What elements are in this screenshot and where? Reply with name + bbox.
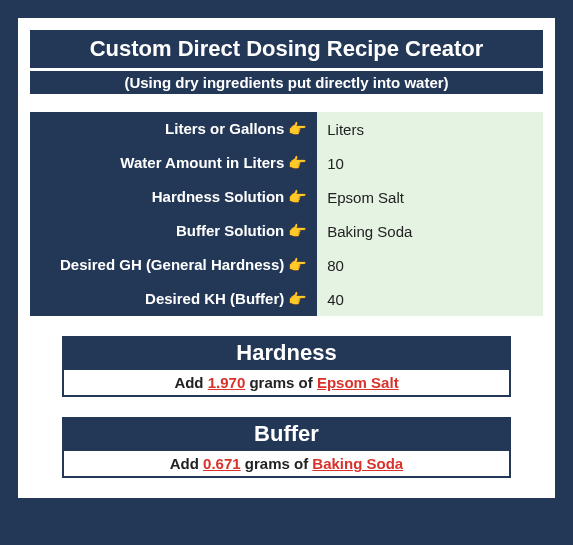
pointer-icon: 👉 <box>288 290 307 307</box>
buffer-amount: 0.671 <box>203 455 241 472</box>
label-text: Desired GH (General Hardness) <box>60 256 284 273</box>
pointer-icon: 👉 <box>288 222 307 239</box>
hardness-section: Hardness Add 1.970 grams of Epsom Salt <box>62 336 511 397</box>
input-label: Buffer Solution👉 <box>30 214 317 248</box>
label-text: Desired KH (Buffer) <box>145 290 284 307</box>
input-label: Desired KH (Buffer)👉 <box>30 282 317 316</box>
input-value[interactable]: 10 <box>317 146 543 180</box>
buffer-mid: grams of <box>245 455 313 472</box>
label-text: Liters or Gallons <box>165 120 284 137</box>
input-table: Liters or Gallons👉LitersWater Amount in … <box>30 112 543 316</box>
hardness-mid: grams of <box>249 374 317 391</box>
label-text: Buffer Solution <box>176 222 284 239</box>
input-value[interactable]: Epsom Salt <box>317 180 543 214</box>
hardness-prefix: Add <box>174 374 207 391</box>
buffer-prefix: Add <box>170 455 203 472</box>
table-row: Water Amount in Liters👉10 <box>30 146 543 180</box>
label-text: Water Amount in Liters <box>120 154 284 171</box>
input-value[interactable]: 40 <box>317 282 543 316</box>
pointer-icon: 👉 <box>288 154 307 171</box>
input-value[interactable]: 80 <box>317 248 543 282</box>
recipe-card: Custom Direct Dosing Recipe Creator (Usi… <box>18 18 555 498</box>
hardness-result: Add 1.970 grams of Epsom Salt <box>62 370 511 397</box>
hardness-amount: 1.970 <box>208 374 246 391</box>
buffer-section: Buffer Add 0.671 grams of Baking Soda <box>62 417 511 478</box>
input-label: Liters or Gallons👉 <box>30 112 317 146</box>
hardness-heading: Hardness <box>62 336 511 370</box>
input-label: Water Amount in Liters👉 <box>30 146 317 180</box>
table-row: Desired GH (General Hardness)👉80 <box>30 248 543 282</box>
input-label: Hardness Solution👉 <box>30 180 317 214</box>
buffer-heading: Buffer <box>62 417 511 451</box>
input-label: Desired GH (General Hardness)👉 <box>30 248 317 282</box>
pointer-icon: 👉 <box>288 188 307 205</box>
input-value[interactable]: Baking Soda <box>317 214 543 248</box>
table-row: Liters or Gallons👉Liters <box>30 112 543 146</box>
page-title: Custom Direct Dosing Recipe Creator <box>30 30 543 68</box>
input-value[interactable]: Liters <box>317 112 543 146</box>
buffer-ingredient: Baking Soda <box>312 455 403 472</box>
table-row: Desired KH (Buffer)👉40 <box>30 282 543 316</box>
buffer-result: Add 0.671 grams of Baking Soda <box>62 451 511 478</box>
pointer-icon: 👉 <box>288 120 307 137</box>
hardness-ingredient: Epsom Salt <box>317 374 399 391</box>
pointer-icon: 👉 <box>288 256 307 273</box>
table-row: Hardness Solution👉Epsom Salt <box>30 180 543 214</box>
page-subtitle: (Using dry ingredients put directly into… <box>30 71 543 94</box>
table-row: Buffer Solution👉Baking Soda <box>30 214 543 248</box>
label-text: Hardness Solution <box>152 188 285 205</box>
